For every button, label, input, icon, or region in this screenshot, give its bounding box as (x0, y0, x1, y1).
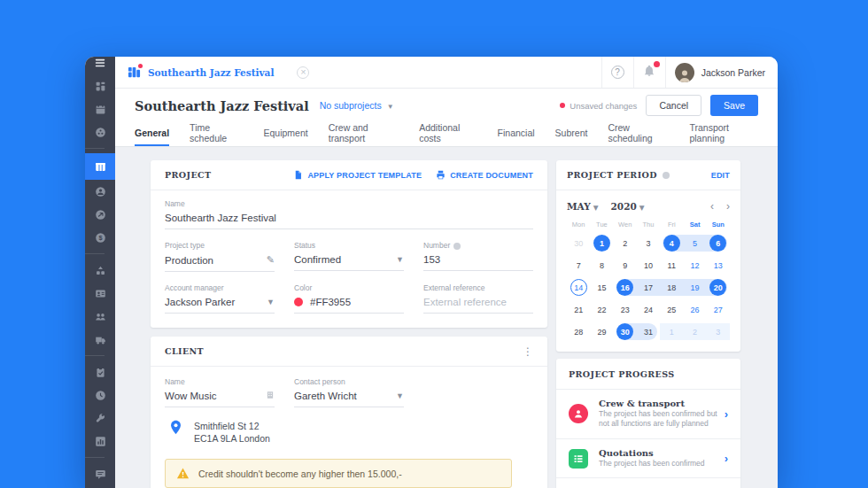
calendar-day[interactable]: 23 (614, 298, 637, 321)
calendar-day[interactable]: 3 (637, 232, 660, 254)
calendar-day[interactable]: 12 (683, 254, 706, 276)
tab-additional-costs[interactable]: Additional costs (419, 122, 477, 146)
color-swatch[interactable] (294, 298, 303, 306)
edit-period-button[interactable]: EDIT (711, 171, 730, 180)
calendar-day[interactable]: 14 (567, 276, 590, 298)
calendar-day[interactable]: 25 (660, 298, 683, 321)
sidebar-item-calendar[interactable] (85, 97, 115, 120)
sidebar-item-subrent[interactable] (85, 203, 115, 226)
sidebar-item-reports[interactable] (85, 430, 115, 453)
calendar-day[interactable]: 10 (637, 254, 660, 276)
calendar-day[interactable]: 27 (707, 298, 730, 321)
calendar-day[interactable]: 21 (567, 298, 590, 321)
calendar-day[interactable]: 20 (707, 276, 730, 298)
calendar-day[interactable]: 24 (637, 298, 660, 321)
sidebar-item-planboard[interactable] (85, 120, 115, 143)
apply-template-button[interactable]: APPLY PROJECT TEMPLATE (293, 170, 422, 180)
sidebar-item-transport[interactable] (85, 328, 115, 351)
calendar-day[interactable]: 1 (660, 321, 683, 343)
planboard-icon (95, 127, 106, 138)
calendar-day[interactable]: 31 (637, 321, 660, 343)
chevron-right-icon[interactable]: › (725, 452, 728, 465)
account-manager-field[interactable]: Account manager Jackson Parker▼ (165, 283, 275, 314)
external-reference-input[interactable] (423, 297, 533, 307)
calendar-day[interactable]: 3 (707, 321, 730, 343)
save-button[interactable]: Save (710, 95, 758, 116)
tab-time-schedule[interactable]: Time schedule (190, 122, 243, 146)
project-type-field[interactable]: Project type Production✎ (165, 241, 275, 272)
calendar-day[interactable]: 1 (590, 232, 613, 254)
month-select[interactable]: MAY▼ (567, 201, 599, 212)
tab-subrent[interactable]: Subrent (555, 122, 588, 146)
menu-icon[interactable] (85, 57, 115, 69)
help-button[interactable]: ? (601, 57, 633, 88)
sidebar-item-crew[interactable] (85, 180, 115, 203)
progress-item-invoices[interactable]: $InvoicesThere are still unpaid invoices… (556, 477, 740, 488)
calendar-day[interactable]: 16 (614, 276, 637, 298)
user-menu[interactable]: Jackson Parker (665, 57, 778, 88)
year-select[interactable]: 2020▼ (611, 201, 645, 212)
tab-equipment[interactable]: Equipment (264, 122, 308, 146)
status-field[interactable]: Status Confirmed▼ (294, 241, 404, 272)
prev-month-button[interactable]: ‹ (710, 201, 714, 212)
calendar-day[interactable]: 22 (590, 298, 613, 321)
progress-item-quotations[interactable]: QuotationsThe project has been confirmed… (556, 438, 740, 477)
sidebar-item-dashboard[interactable] (85, 74, 115, 97)
progress-desc: The project has been confirmed (599, 459, 719, 469)
sidebar-divider (85, 457, 105, 458)
sidebar-item-equipment[interactable] (85, 259, 115, 282)
calendar-day[interactable]: 19 (683, 276, 706, 298)
name-field[interactable]: Name Southearth Jazz Festival (165, 199, 533, 229)
edit-pencil-icon[interactable]: ✎ (267, 254, 275, 266)
sidebar-item-projects[interactable] (85, 153, 115, 180)
transport-icon (95, 334, 106, 345)
sidebar-divider (85, 355, 105, 356)
tab-crew-and-transport[interactable]: Crew and transport (329, 122, 399, 146)
sidebar-item-financial[interactable]: $ (85, 226, 115, 249)
calendar-day[interactable]: 2 (614, 232, 637, 254)
calendar-day[interactable]: 30 (614, 321, 637, 343)
close-tab-icon[interactable]: × (297, 66, 309, 79)
calendar-day[interactable]: 7 (567, 254, 590, 276)
calendar-day[interactable]: 6 (707, 232, 730, 254)
subprojects-dropdown[interactable]: No subprojects ▼ (320, 100, 394, 111)
next-month-button[interactable]: › (726, 201, 730, 212)
calendar-day[interactable]: 15 (590, 276, 613, 298)
tab-transport-planning[interactable]: Transport planning (689, 122, 758, 146)
tab-general[interactable]: General (135, 122, 169, 146)
external-reference-field[interactable]: External reference (423, 283, 533, 314)
calendar-day[interactable]: 4 (660, 232, 683, 254)
calendar-day[interactable]: 26 (683, 298, 706, 321)
calendar-day[interactable]: 9 (614, 254, 637, 276)
sidebar-item-people[interactable] (85, 305, 115, 328)
color-field[interactable]: Color #FF3955 (294, 283, 404, 314)
tab-crew-scheduling[interactable]: Crew scheduling (608, 122, 669, 146)
contact-person-field[interactable]: Contact person Gareth Wricht▼ (294, 377, 404, 407)
sidebar-item-tasks[interactable] (85, 360, 115, 383)
calendar-day[interactable]: 17 (637, 276, 660, 298)
calendar-day[interactable]: 13 (707, 254, 730, 276)
sidebar-item-messages[interactable] (85, 462, 115, 485)
company-icon[interactable] (266, 391, 275, 401)
project-tab[interactable]: Southearth Jazz Festival × (115, 57, 322, 88)
tab-financial[interactable]: Financial (498, 122, 535, 146)
sidebar-item-contacts[interactable] (85, 282, 115, 305)
chevron-right-icon[interactable]: › (725, 407, 728, 421)
calendar-day[interactable]: 2 (683, 321, 706, 343)
calendar-day[interactable]: 18 (660, 276, 683, 298)
client-name-field[interactable]: Name Wow Music (165, 377, 275, 407)
notifications-button[interactable] (633, 57, 665, 88)
sidebar-item-time[interactable] (85, 383, 115, 407)
create-document-button[interactable]: CREATE DOCUMENT (436, 170, 533, 180)
calendar-day[interactable]: 8 (590, 254, 613, 276)
number-field[interactable]: Number 153 (423, 241, 533, 272)
calendar-day[interactable]: 30 (567, 232, 590, 254)
calendar-day[interactable]: 11 (660, 254, 683, 276)
progress-item-crew-transport[interactable]: Crew & transportThe project has been con… (556, 389, 740, 438)
calendar-day[interactable]: 5 (683, 232, 706, 254)
kebab-menu-icon[interactable]: ⋮ (523, 345, 533, 358)
calendar-day[interactable]: 28 (567, 321, 590, 343)
calendar-day[interactable]: 29 (590, 321, 613, 343)
sidebar-item-maintenance[interactable] (85, 407, 115, 430)
cancel-button[interactable]: Cancel (646, 95, 701, 116)
